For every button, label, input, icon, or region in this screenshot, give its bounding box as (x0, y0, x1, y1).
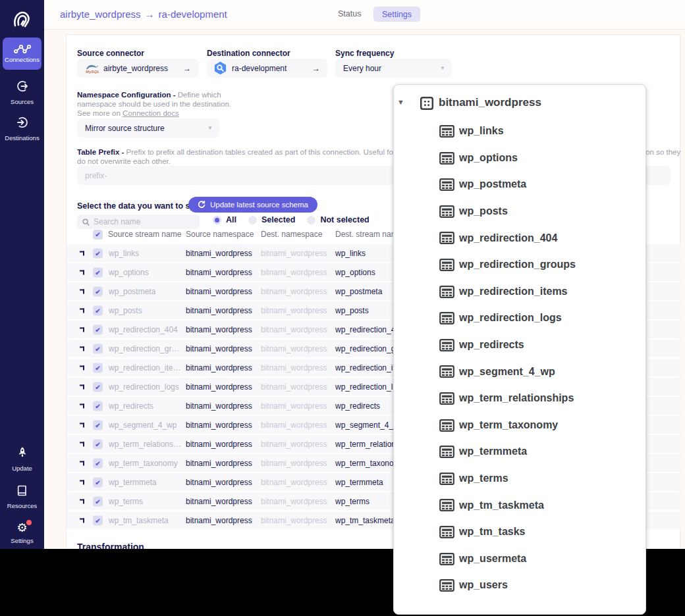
filter-not-selected[interactable]: Not selected (307, 215, 369, 224)
tab-status[interactable]: Status (338, 9, 361, 18)
tree-table-item[interactable]: wp_redirection_logs (394, 305, 645, 332)
expand-chevron-icon[interactable] (80, 442, 84, 446)
connection-docs-link[interactable]: Connection docs (123, 109, 179, 117)
sidebar-item-resources[interactable]: Resources (0, 484, 44, 509)
sidebar-item-sources[interactable]: Sources (0, 80, 44, 105)
filter-all[interactable]: All (213, 215, 236, 224)
table-icon (439, 365, 454, 378)
tree-table-name: wp_term_relationships (459, 392, 574, 404)
filter-selected[interactable]: Selected (248, 215, 295, 224)
sidebar-item-update[interactable]: Update (0, 446, 44, 472)
update-schema-button[interactable]: Update latest source schema (188, 197, 317, 213)
tree-table-item[interactable]: wp_users (394, 572, 645, 599)
row-checkbox[interactable]: ✔ (93, 401, 103, 411)
tree-table-item[interactable]: wp_usermeta (394, 546, 645, 573)
sidebar-item-settings[interactable]: ⚙ Settings (0, 521, 44, 544)
tree-table-item[interactable]: wp_termmeta (394, 438, 645, 465)
source-stream-name: wp_options (109, 268, 149, 277)
tree-table-item[interactable]: wp_redirection_groups (394, 251, 645, 278)
tree-table-name: wp_options (459, 152, 518, 164)
tree-table-item[interactable]: wp_options (394, 145, 645, 172)
tree-table-item[interactable]: wp_terms (394, 465, 645, 492)
row-checkbox[interactable]: ✔ (93, 344, 103, 353)
airbyte-logo-icon[interactable] (9, 5, 34, 30)
col-dest-namespace: Dest. namespace (261, 230, 322, 239)
expand-chevron-icon[interactable] (80, 461, 84, 465)
expand-chevron-icon[interactable] (80, 384, 84, 389)
tree-table-item[interactable]: wp_posts (394, 198, 645, 225)
refresh-icon (198, 201, 206, 209)
tree-table-item[interactable]: wp_term_relationships (394, 385, 645, 412)
row-checkbox[interactable]: ✔ (93, 458, 103, 468)
expand-chevron-icon[interactable] (80, 308, 84, 313)
tree-collapse-caret-icon[interactable]: ▼ (397, 98, 404, 106)
row-checkbox[interactable]: ✔ (93, 382, 103, 392)
table-icon (439, 205, 454, 218)
select-all-checkbox[interactable]: ✔ (93, 230, 103, 240)
sidebar-item-destinations[interactable]: Destinations (0, 116, 44, 141)
row-checkbox[interactable]: ✔ (93, 363, 103, 372)
open-destination-arrow-icon[interactable]: → (312, 64, 320, 73)
tree-table-item[interactable]: wp_links (394, 118, 645, 145)
expand-chevron-icon[interactable] (80, 499, 84, 503)
row-checkbox[interactable]: ✔ (93, 248, 103, 258)
tab-settings[interactable]: Settings (373, 7, 420, 22)
tree-table-name: wp_usermeta (459, 553, 526, 565)
open-source-arrow-icon[interactable]: → (183, 64, 191, 73)
destination-connector-field[interactable]: ra-development → (207, 59, 327, 78)
expand-chevron-icon[interactable] (80, 365, 84, 370)
source-stream-name: wp_termmeta (109, 478, 157, 487)
table-icon (439, 286, 454, 298)
expand-chevron-icon[interactable] (80, 423, 84, 427)
row-checkbox[interactable]: ✔ (93, 286, 103, 296)
breadcrumb-destination[interactable]: ra-development (159, 9, 227, 20)
row-checkbox[interactable]: ✔ (93, 420, 103, 430)
row-checkbox[interactable]: ✔ (93, 267, 103, 277)
expand-chevron-icon[interactable] (80, 270, 84, 274)
breadcrumb-source[interactable]: airbyte_wordpress (60, 9, 141, 20)
row-checkbox[interactable]: ✔ (93, 324, 103, 334)
row-checkbox[interactable]: ✔ (93, 439, 103, 449)
dest-namespace: bitnami_wordpress (261, 268, 327, 277)
tree-table-item[interactable]: wp_redirection_404 (394, 224, 645, 251)
stream-search[interactable] (77, 215, 200, 229)
table-icon (439, 152, 454, 165)
dataset-node[interactable]: ▼ bitnami_wordpress (394, 94, 645, 113)
source-connector-field[interactable]: MySQL airbyte_wordpress → (77, 59, 198, 78)
tree-table-item[interactable]: wp_tm_tasks (394, 519, 645, 546)
expand-chevron-icon[interactable] (80, 327, 84, 332)
sidebar-item-connections[interactable]: Connections (3, 38, 41, 70)
tree-table-name: wp_tm_taskmeta (459, 500, 544, 511)
dest-namespace: bitnami_wordpress (261, 421, 327, 430)
sidebar-item-label: Resources (0, 502, 44, 509)
namespace-select[interactable]: Mirror source structure ▼ (77, 118, 219, 138)
expand-chevron-icon[interactable] (80, 403, 84, 408)
expand-chevron-icon[interactable] (80, 480, 84, 484)
dest-namespace: bitnami_wordpress (261, 344, 327, 353)
col-source-namespace: Source namespace (186, 230, 254, 239)
source-namespace: bitnami_wordpress (186, 287, 252, 296)
row-checkbox[interactable]: ✔ (93, 515, 103, 525)
tree-table-item[interactable]: wp_segment_4_wp (394, 358, 645, 385)
namespace-select-value: Mirror source structure (85, 124, 207, 133)
tree-table-item[interactable]: wp_term_taxonomy (394, 412, 645, 439)
expand-chevron-icon[interactable] (80, 518, 84, 523)
dest-namespace: bitnami_wordpress (261, 497, 327, 506)
expand-chevron-icon[interactable] (80, 289, 84, 294)
dest-stream-name: wp_postmeta (335, 287, 382, 296)
tree-table-item[interactable]: wp_redirects (394, 332, 645, 359)
row-checkbox[interactable]: ✔ (93, 496, 103, 506)
table-icon (439, 526, 454, 538)
tree-table-item[interactable]: wp_tm_taskmeta (394, 492, 645, 519)
source-namespace: bitnami_wordpress (186, 249, 252, 258)
expand-chevron-icon[interactable] (80, 251, 84, 255)
tree-table-item[interactable]: wp_postmeta (394, 171, 645, 198)
tree-table-item[interactable]: wp_redirection_items (394, 278, 645, 305)
expand-chevron-icon[interactable] (80, 346, 84, 351)
search-input[interactable] (94, 217, 186, 226)
dest-namespace: bitnami_wordpress (261, 306, 327, 315)
table-icon (439, 392, 454, 405)
sync-frequency-select[interactable]: Every hour ▼ (335, 59, 452, 78)
row-checkbox[interactable]: ✔ (93, 305, 103, 315)
row-checkbox[interactable]: ✔ (93, 477, 103, 487)
